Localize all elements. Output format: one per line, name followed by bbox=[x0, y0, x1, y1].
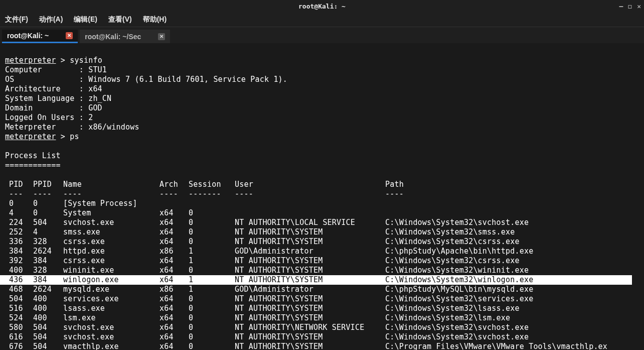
col-name: Name bbox=[63, 180, 159, 189]
cell-user: NT AUTHORITY\SYSTEM bbox=[235, 304, 385, 313]
tab-2[interactable]: root@Kali: ~/Sec ✕ bbox=[80, 30, 170, 43]
cell-ppid: 4 bbox=[33, 227, 63, 237]
cell-session: 0 bbox=[189, 323, 235, 332]
cell-session: 0 bbox=[189, 294, 235, 304]
table-row: 436384winlogon.exex641NT AUTHORITY\SYSTE… bbox=[0, 275, 632, 285]
cell-pid: 616 bbox=[5, 332, 33, 342]
cell-ppid: 504 bbox=[33, 342, 63, 350]
col-arch: Arch bbox=[159, 180, 189, 189]
cell-ppid: 504 bbox=[33, 332, 63, 342]
table-row: 336328csrss.exex640NT AUTHORITY\SYSTEMC:… bbox=[5, 237, 639, 247]
window-controls: — ◻ ✕ bbox=[619, 3, 641, 10]
cell-name: wininit.exe bbox=[63, 266, 159, 275]
cell-pid: 436 bbox=[5, 275, 33, 285]
maximize-icon[interactable]: ◻ bbox=[628, 3, 632, 10]
terminal-content[interactable]: meterpreter > sysinfo Computer : STU1OS … bbox=[0, 43, 644, 350]
cell-user: NT AUTHORITY\SYSTEM bbox=[235, 313, 385, 323]
command-ps: ps bbox=[70, 132, 79, 141]
table-row: 40Systemx640 bbox=[5, 208, 639, 218]
menu-file[interactable]: 文件(F) bbox=[5, 15, 28, 24]
cell-name: smss.exe bbox=[63, 227, 159, 237]
cell-ppid: 384 bbox=[33, 275, 63, 285]
cell-session: 0 bbox=[189, 218, 235, 227]
cell-path: C:\Windows\System32\svchost.exe bbox=[385, 323, 529, 332]
cell-name: svchost.exe bbox=[63, 332, 159, 342]
prompt-host: meterpreter bbox=[5, 132, 56, 141]
table-row: 00[System Process] bbox=[5, 199, 639, 208]
cell-pid: 252 bbox=[5, 227, 33, 237]
cell-session: 0 bbox=[189, 237, 235, 247]
minimize-icon[interactable]: — bbox=[619, 3, 623, 10]
cell-path: C:\phpStudy\MySQL\bin\mysqld.exe bbox=[385, 285, 533, 294]
tabbar: root@Kali: ~ ✕ root@Kali: ~/Sec ✕ bbox=[0, 27, 644, 43]
cell-ppid: 400 bbox=[33, 313, 63, 323]
cell-pid: 400 bbox=[5, 266, 33, 275]
tab-1[interactable]: root@Kali: ~ ✕ bbox=[2, 30, 78, 43]
cell-ppid: 400 bbox=[33, 304, 63, 313]
sysinfo-row: Domain : GOD bbox=[5, 103, 639, 113]
cell-user: NT AUTHORITY\SYSTEM bbox=[235, 342, 385, 350]
cell-arch: x86 bbox=[159, 285, 189, 294]
table-row: 516400lsass.exex640NT AUTHORITY\SYSTEMC:… bbox=[5, 304, 639, 313]
cell-name: lsass.exe bbox=[63, 304, 159, 313]
cell-session: 1 bbox=[189, 275, 235, 285]
cell-session: 0 bbox=[189, 304, 235, 313]
cell-pid: 384 bbox=[5, 247, 33, 256]
cell-name: winlogon.exe bbox=[63, 275, 159, 285]
cell-name: services.exe bbox=[63, 294, 159, 304]
close-icon[interactable]: ✕ bbox=[637, 3, 641, 10]
cell-user: NT AUTHORITY\SYSTEM bbox=[235, 237, 385, 247]
prompt-sep: > bbox=[56, 132, 70, 141]
prompt-sep: > bbox=[56, 56, 70, 65]
col-session: Session bbox=[189, 180, 235, 189]
ps-title: Process List bbox=[5, 151, 61, 160]
cell-arch: x64 bbox=[159, 294, 189, 304]
cell-user: NT AUTHORITY\SYSTEM bbox=[235, 275, 385, 285]
cell-pid: 676 bbox=[5, 342, 33, 350]
cell-ppid: 400 bbox=[33, 294, 63, 304]
cell-pid: 468 bbox=[5, 285, 33, 294]
table-row: 4682624mysqld.exex861GOD\AdministratorC:… bbox=[5, 285, 639, 294]
col-path: Path bbox=[385, 180, 404, 189]
cell-name: lsm.exe bbox=[63, 313, 159, 323]
cell-session: 0 bbox=[189, 208, 235, 218]
col-ppid: PPID bbox=[33, 180, 63, 189]
cell-ppid: 504 bbox=[33, 323, 63, 332]
cell-arch: x64 bbox=[159, 342, 189, 350]
cell-user: NT AUTHORITY\SYSTEM bbox=[235, 227, 385, 237]
table-row: 400328wininit.exex640NT AUTHORITY\SYSTEM… bbox=[5, 266, 639, 275]
cell-path: C:\Program Files\VMware\VMware Tools\vma… bbox=[385, 342, 607, 350]
titlebar: root@Kali: ~ — ◻ ✕ bbox=[0, 0, 644, 12]
cell-pid: 336 bbox=[5, 237, 33, 247]
menu-edit[interactable]: 编辑(E) bbox=[74, 15, 97, 24]
cell-path: C:\Windows\System32\svchost.exe bbox=[385, 218, 529, 227]
cell-arch: x64 bbox=[159, 304, 189, 313]
tab-label: root@Kali: ~/Sec bbox=[85, 33, 141, 41]
cell-user: NT AUTHORITY\SYSTEM bbox=[235, 294, 385, 304]
menu-help[interactable]: 帮助(H) bbox=[143, 15, 167, 24]
cell-session: 1 bbox=[189, 247, 235, 256]
menubar: 文件(F) 动作(A) 编辑(E) 查看(V) 帮助(H) bbox=[0, 12, 644, 27]
cell-pid: 392 bbox=[5, 256, 33, 266]
table-row: 392384csrss.exex641NT AUTHORITY\SYSTEMC:… bbox=[5, 256, 639, 266]
sysinfo-row: System Language : zh_CN bbox=[5, 94, 639, 103]
tab-close-icon[interactable]: ✕ bbox=[66, 32, 73, 39]
cell-path: C:\Windows\System32\smss.exe bbox=[385, 227, 515, 237]
cell-arch: x64 bbox=[159, 332, 189, 342]
cell-path: C:\Windows\System32\winlogon.exe bbox=[385, 275, 533, 285]
sysinfo-row: OS : Windows 7 (6.1 Build 7601, Service … bbox=[5, 75, 639, 84]
cell-name: System bbox=[63, 208, 159, 218]
cell-ppid: 0 bbox=[33, 199, 63, 208]
cell-arch: x64 bbox=[159, 237, 189, 247]
cell-ppid: 504 bbox=[33, 218, 63, 227]
col-user: User bbox=[235, 180, 385, 189]
table-header-sep: ------------------------------ bbox=[5, 189, 639, 199]
cell-path: C:\Windows\System32\csrss.exe bbox=[385, 256, 520, 266]
tab-close-icon[interactable]: ✕ bbox=[158, 33, 165, 40]
prompt-host: meterpreter bbox=[5, 56, 56, 65]
cell-session: 1 bbox=[189, 285, 235, 294]
menu-view[interactable]: 查看(V) bbox=[108, 15, 132, 24]
cell-user: NT AUTHORITY\NETWORK SERVICE bbox=[235, 323, 385, 332]
command-sysinfo: sysinfo bbox=[70, 56, 102, 65]
menu-actions[interactable]: 动作(A) bbox=[39, 15, 63, 24]
